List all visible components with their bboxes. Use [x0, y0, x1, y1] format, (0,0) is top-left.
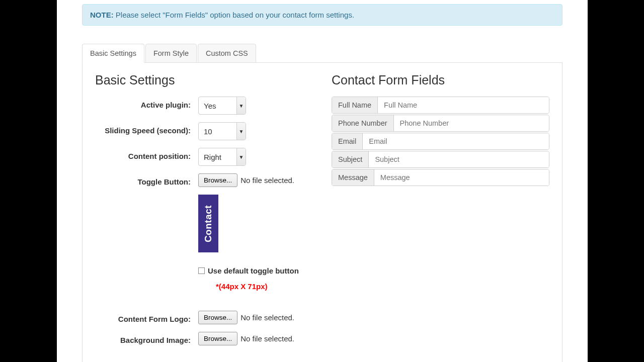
info-alert: NOTE: Please select "Form Fields" option… [82, 4, 562, 26]
settings-tabs: Basic Settings Form Style Custom CSS [82, 43, 562, 63]
contact-form-fields-heading: Contact Form Fields [332, 73, 549, 87]
alert-prefix: NOTE: [90, 11, 114, 19]
use-default-toggle-label: Use default toggle button [208, 266, 299, 275]
sliding-speed-value: 10 [204, 127, 212, 136]
chevron-down-icon: ▼ [236, 97, 246, 114]
field-subject-input[interactable] [369, 151, 549, 167]
active-plugin-value: Yes [204, 102, 216, 110]
content-logo-file-status: No file selected. [240, 313, 294, 322]
field-email-input[interactable] [363, 133, 549, 149]
field-full-name-input[interactable] [378, 97, 549, 113]
tab-custom-css[interactable]: Custom CSS [198, 44, 256, 63]
tab-form-style[interactable]: Form Style [145, 44, 197, 63]
content-position-select[interactable]: Right ▼ [198, 148, 246, 166]
background-image-label: Background Image: [95, 332, 198, 344]
field-phone-label: Phone Number [332, 115, 394, 131]
active-plugin-label: Active plugin: [95, 97, 198, 109]
use-default-toggle-checkbox[interactable] [198, 267, 205, 274]
content-position-value: Right [204, 153, 221, 161]
toggle-button-file-status: No file selected. [240, 176, 294, 185]
content-logo-browse[interactable]: Browse... [198, 311, 237, 324]
toggle-button-preview: Contact [198, 195, 218, 252]
field-full-name: Full Name [332, 97, 549, 114]
chevron-down-icon: ▼ [236, 123, 246, 140]
field-email-label: Email [332, 133, 363, 149]
field-message-input[interactable] [374, 169, 549, 186]
settings-panel: Basic Settings Active plugin: Yes ▼ Slid… [82, 63, 562, 362]
field-subject: Subject [332, 151, 549, 168]
content-logo-label: Content Form Logo: [95, 311, 198, 323]
active-plugin-select[interactable]: Yes ▼ [198, 97, 246, 115]
background-image-browse[interactable]: Browse... [198, 332, 237, 345]
field-phone: Phone Number [332, 115, 549, 132]
tab-basic-settings[interactable]: Basic Settings [82, 44, 144, 63]
sliding-speed-select[interactable]: 10 ▼ [198, 122, 246, 140]
field-subject-label: Subject [332, 151, 369, 167]
toggle-preview-text: Contact [203, 205, 214, 242]
toggle-button-browse[interactable]: Browse... [198, 173, 237, 187]
toggle-button-label: Toggle Button: [95, 173, 198, 186]
content-position-label: Content position: [95, 148, 198, 160]
sliding-speed-label: Sliding Speed (second): [95, 122, 198, 135]
background-image-file-status: No file selected. [240, 334, 294, 343]
field-message-label: Message [332, 169, 374, 186]
field-phone-input[interactable] [394, 115, 549, 131]
chevron-down-icon: ▼ [236, 148, 246, 165]
field-message: Message [332, 169, 549, 186]
field-full-name-label: Full Name [332, 97, 378, 113]
toggle-dimension-note: *(44px X 71px) [216, 282, 311, 291]
alert-text: Please select "Form Fields" option based… [114, 11, 354, 19]
basic-settings-heading: Basic Settings [95, 73, 311, 87]
field-email: Email [332, 133, 549, 150]
